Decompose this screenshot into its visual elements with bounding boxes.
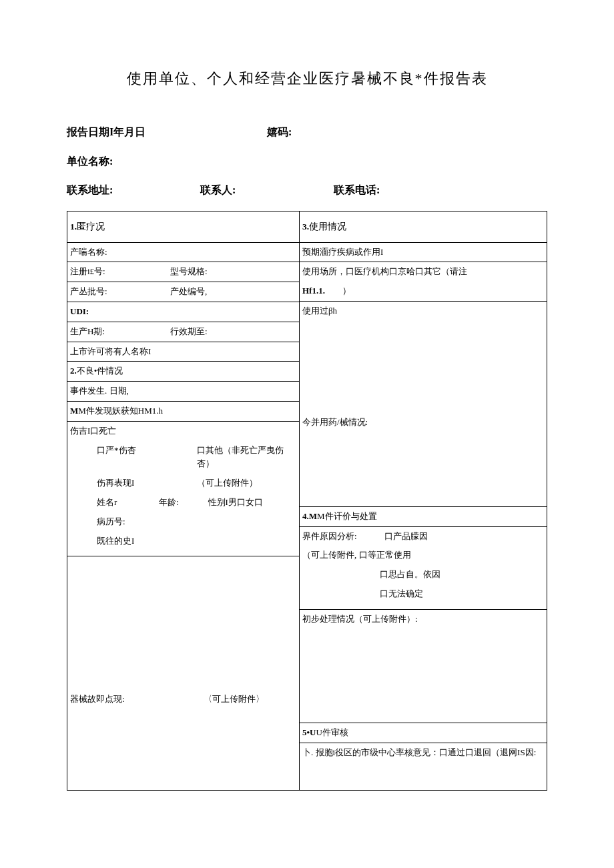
intended-field[interactable]: 预期湎疗疾病或作用I [300, 243, 547, 263]
attach3-label: （可上传附件, [302, 550, 356, 560]
injury-death-field[interactable]: 伤吉I口死亡 [67, 422, 299, 441]
manifest-row[interactable]: 伤再表现I （可上传附件） [67, 474, 299, 493]
form-table: 1.匿疗况 产喘名称: 注册i£号: 型号规格: 产丛批号: 产处编号, UDI… [67, 211, 547, 791]
cause4-checkbox-label[interactable]: 口无法确定 [300, 584, 547, 610]
cause3-checkbox-label[interactable]: 口思占自。依因 [300, 565, 547, 584]
manifest-label: 伤再表现I [97, 476, 197, 490]
age-label: 年龄: [159, 496, 206, 510]
product-name-field[interactable]: 产喘名称: [67, 243, 299, 263]
expiry-label: 行效期至: [170, 325, 296, 339]
udi-field[interactable]: UDI: [67, 302, 299, 322]
initial-handling-field[interactable]: 初步处理情况（可上传附件）: [300, 610, 547, 723]
attach1-label: （可上传附件） [197, 476, 296, 490]
phone-label: 联系电话: [334, 181, 547, 199]
document-title: 使用单位、个人和经营企业医疗暑械不良*件报告表 [67, 67, 547, 90]
other-checkbox-label[interactable]: 口其他（非死亡严曳伤杏） [197, 444, 296, 472]
left-column: 1.匿疗况 产喘名称: 注册i£号: 型号规格: 产丛批号: 产处编号, UDI… [67, 211, 300, 790]
holder-field[interactable]: 上市许可将有人名称I [67, 342, 299, 362]
section5-heading: 5•UU件审核 [300, 723, 547, 743]
right-column: 3.使用情况 预期湎疗疾病或作用I 使用场所，口医疗机构口京哈口其它（请注 Hf… [300, 211, 547, 790]
history-field[interactable]: 既往的史I [67, 532, 299, 557]
analysis-row[interactable]: 界件原因分析: 口产品朦因 [300, 527, 547, 546]
regno-model-row[interactable]: 注册i£号: 型号规格: [67, 262, 299, 282]
cause1-checkbox-label[interactable]: 口产品朦因 [384, 531, 428, 541]
right-spacer1 [300, 321, 547, 413]
regno-label: 注册i£号: [70, 265, 170, 279]
report-date-label: 报告日期I年月日 [67, 123, 267, 141]
severe-other-row[interactable]: 口严*伤杏 口其他（非死亡严曳伤杏） [67, 441, 299, 474]
section2-heading: 2.不良•件情况 [67, 362, 299, 382]
name-age-gender-row[interactable]: 姓名r 年龄: 性别I男口女口 [67, 493, 299, 512]
section4-heading: 4.MM件讦价与处置 [300, 506, 547, 527]
prodno-label: 产处编号, [170, 285, 296, 299]
section3-heading: 3.使用情况 [300, 211, 547, 243]
combined-field[interactable]: 今并用药/械情况: [300, 413, 547, 506]
name-label: 姓名r [97, 496, 157, 510]
malfunction-label: 器械故即点现: [70, 693, 204, 774]
attach2-label: 〈可上传附件〉 [204, 693, 264, 774]
cause2-checkbox-label[interactable]: 口等正常使用 [359, 550, 411, 560]
event-found-field[interactable]: MM件发现妖获知HM1.h [67, 402, 299, 422]
unit-name-label: 单位名称: [67, 153, 113, 170]
process-field[interactable]: 使用过βh [300, 302, 547, 321]
address-label: 联系地址: [67, 181, 200, 199]
event-date-field[interactable]: 事件发生. 日期, [67, 382, 299, 402]
left-blank-area [67, 556, 299, 690]
batchno-label: 产丛批号: [70, 285, 170, 299]
header-row-1: 报告日期I年月日 嬉码: [67, 123, 547, 141]
model-label: 型号规格: [170, 265, 296, 279]
review-field[interactable]: 卜. 报胞i役区的市级中心率核意见：口通过口退回（退网IS因: [300, 743, 547, 790]
batch-prodno-row[interactable]: 产丛批号: 产处编号, [67, 282, 299, 302]
code-label: 嬉码: [267, 123, 547, 141]
hf-field[interactable]: Hf1.1. ） [300, 282, 547, 302]
severe-checkbox-label[interactable]: 口严*伤杏 [97, 444, 197, 472]
malfunction-row[interactable]: 器械故即点现: 〈可上传附件〉 [67, 690, 299, 777]
contact-person-label: 联系人: [200, 181, 334, 199]
proddate-label: 生产H期: [70, 325, 170, 339]
location-field[interactable]: 使用场所，口医疗机构口京哈口其它（请注 [300, 262, 547, 282]
analysis-label: 界件原因分析: [302, 530, 382, 544]
gender-label: 性别I男口女口 [208, 497, 263, 507]
header-row-3: 联系地址: 联系人: 联系电话: [67, 181, 547, 199]
section1-heading: 1.匿疗况 [67, 211, 299, 243]
attach3-row[interactable]: （可上传附件, 口等正常使用 [300, 546, 547, 565]
proddate-expiry-row[interactable]: 生产H期: 行效期至: [67, 322, 299, 342]
caseno-field[interactable]: 病历号: [67, 512, 299, 532]
header-row-2: 单位名称: [67, 153, 547, 170]
